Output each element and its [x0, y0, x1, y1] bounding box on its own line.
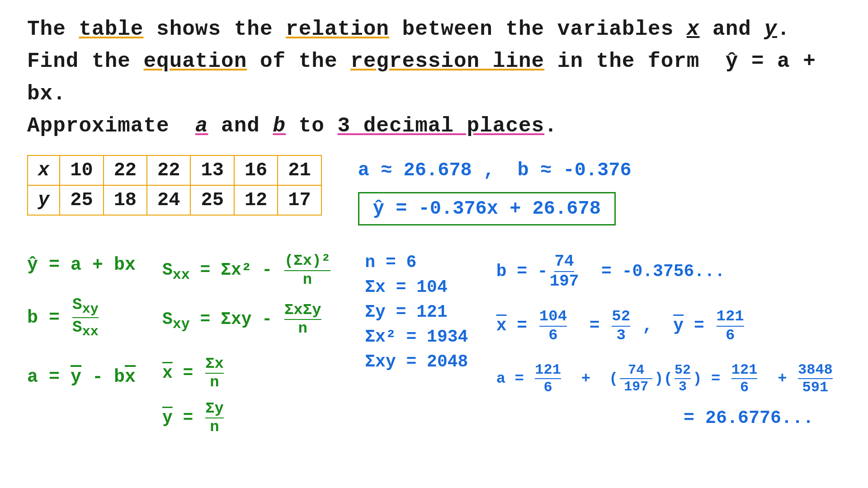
- cell-x-label: x: [28, 155, 60, 185]
- ab-approx: a ≈ 26.678 , b ≈ -0.376: [358, 160, 632, 181]
- cell-x5: 16: [234, 155, 278, 185]
- b-word: b: [273, 114, 286, 138]
- sum-y-value: Σy = 121: [365, 302, 482, 322]
- page: The table shows the relation between the…: [0, 0, 868, 488]
- table-row-y: y 25 18 24 25 12 17: [28, 185, 321, 215]
- cell-x6: 21: [278, 155, 321, 185]
- sums-section: n = 6 Σx = 104 Σy = 121 Σx² = 1934 Σxy =…: [365, 248, 482, 377]
- cell-x1: 10: [60, 155, 103, 185]
- sum-xy-value: Σxy = 2048: [365, 352, 482, 371]
- a-result: = 26.6776...: [496, 405, 814, 432]
- formula-a: a = y - bx: [27, 365, 153, 390]
- sxx-formula: Sxx = Σx² - (Σx)²n: [162, 253, 351, 288]
- cell-y-label: y: [28, 185, 60, 215]
- header-line3: Approximate a and b to 3 decimal places.: [27, 110, 841, 142]
- a-calculation: a = 1216 + ( 74 197)(523) = 1216 + 38485…: [496, 362, 841, 395]
- xbar-ybar-calc: x = 1046 = 523 , y = 1216: [496, 308, 841, 344]
- n-value: n = 6: [365, 253, 482, 272]
- cell-y4: 25: [190, 185, 234, 215]
- header-line2: Find the equation of the regression line…: [27, 46, 841, 110]
- cell-y3: 24: [147, 185, 190, 215]
- ybar-formula: y = Σyn: [162, 400, 351, 436]
- cell-y2: 18: [104, 185, 147, 215]
- data-table: x 10 22 22 13 16 21 y 25 18 24 25 12 17: [27, 155, 322, 216]
- right-calculations: b = -74197 = -0.3756... x = 1046 = 523 ,…: [496, 248, 841, 441]
- table-row-x: x 10 22 22 13 16 21: [28, 155, 321, 185]
- regression-word: regression line: [350, 50, 544, 73]
- table-word: table: [79, 18, 143, 41]
- xbar-formula: x = Σxn: [162, 356, 351, 391]
- three-decimal: 3 decimal places: [338, 114, 545, 138]
- boxed-equation: ŷ = -0.376x + 26.678: [358, 192, 616, 225]
- formula-yhat: ŷ = a + bx: [27, 253, 153, 278]
- middle-formulas: Sxx = Σx² - (Σx)²n Sxy = Σxy - ΣxΣyn x =…: [162, 248, 365, 446]
- header-line1: The table shows the relation between the…: [27, 14, 841, 46]
- equation-word: equation: [143, 50, 247, 73]
- cell-x4: 13: [190, 155, 234, 185]
- sum-x-value: Σx = 104: [365, 277, 482, 297]
- left-formulas: ŷ = a + bx b = SxySxx a = y - bx: [27, 248, 162, 402]
- a-word: a: [195, 114, 208, 138]
- x-var: x: [687, 18, 700, 41]
- cell-x2: 22: [104, 155, 147, 185]
- b-calculation: b = -74197 = -0.3756...: [496, 253, 841, 290]
- right-answers: a ≈ 26.678 , b ≈ -0.376 ŷ = -0.376x + 26…: [358, 155, 632, 239]
- cell-y6: 17: [278, 185, 321, 215]
- cell-y5: 12: [234, 185, 278, 215]
- header-text: The table shows the relation between the…: [27, 14, 841, 142]
- cell-y1: 25: [60, 185, 103, 215]
- sum-x2-value: Σx² = 1934: [365, 327, 482, 347]
- relation-word: relation: [286, 18, 389, 41]
- y-var: y: [764, 18, 778, 41]
- formula-b: b = SxySxx: [27, 296, 153, 339]
- sxy-formula: Sxy = Σxy - ΣxΣyn: [162, 302, 351, 338]
- cell-x3: 22: [147, 155, 190, 185]
